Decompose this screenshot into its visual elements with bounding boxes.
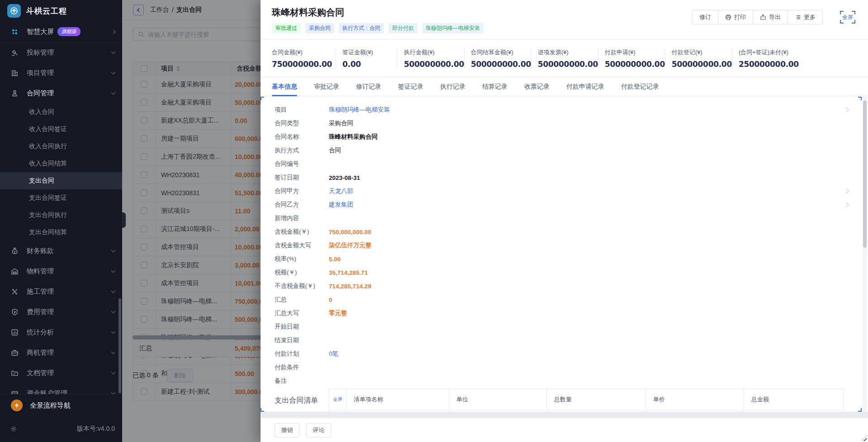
stat-contract-amount: 合同金额(¥)750000000.00 (272, 48, 336, 69)
chart-icon (11, 329, 19, 336)
chevron-down-icon (111, 370, 116, 375)
field-tax-included-amount: 含税金额(￥)750,000,000.00 (275, 225, 862, 239)
sidebar-item-expense-settle[interactable]: 支出合同结算 (0, 224, 122, 241)
gear-icon[interactable] (10, 425, 17, 433)
field-contract-no: 合同编号 (275, 157, 862, 171)
field-tax-included-amount-caps: 含税金额大写柒亿伍仟万元整 (275, 239, 862, 252)
column-header-unit: 单位 (449, 389, 547, 410)
party-b-link[interactable]: 建发集团 (329, 201, 353, 209)
tab-visa-records[interactable]: 签证记录 (398, 77, 423, 96)
chevron-right-icon[interactable] (844, 188, 849, 193)
export-button[interactable]: 导出 (753, 10, 788, 24)
field-total-caps: 汇总大写零元整 (275, 306, 862, 320)
column-header-total-amount: 总金额 (744, 389, 843, 410)
column-header-unit-price: 单价 (646, 389, 744, 410)
drawer-footer: 撤销 评论 (261, 418, 868, 442)
field-party-b: 合同乙方 建发集团 (275, 198, 862, 212)
sidebar-item-finance[interactable]: 财务账款 (0, 241, 122, 261)
revise-button[interactable]: 修订 (693, 10, 718, 24)
sidebar-item-funds-account[interactable]: 资金账户管理 (0, 383, 122, 394)
contract-type-badge: 采购合同 (305, 23, 334, 33)
sidebar-scrollbar[interactable] (119, 298, 121, 393)
detail-tabs: 基本信息 审批记录 修订记录 签证记录 执行记录 结算记录 收票记录 付款申请记… (261, 77, 868, 96)
drawer-footer-gap (261, 412, 868, 418)
field-start-date: 开始日期 (275, 320, 862, 334)
sidebar-item-materials[interactable]: 物料管理 (0, 261, 122, 282)
sidebar: 斗栱云工程 智慧大屏 旗舰版 投标管理 项目管理 (0, 0, 122, 442)
tab-revision-records[interactable]: 修订记录 (356, 77, 381, 96)
tab-approval-records[interactable]: 审批记录 (314, 77, 339, 96)
chevron-down-icon (111, 248, 116, 253)
sidebar-item-projects[interactable]: 项目管理 (0, 63, 122, 83)
chevron-down-icon (111, 329, 116, 334)
chevron-right-icon (111, 29, 116, 34)
sidebar-item-expense-visa[interactable]: 支出合同签证 (0, 189, 122, 207)
sidebar-item-dashboard[interactable]: 智慧大屏 旗舰版 (0, 22, 122, 42)
tab-execution-records[interactable]: 执行记录 (440, 77, 465, 96)
tab-basic-info[interactable]: 基本信息 (272, 77, 297, 96)
status-badge: 审批通过 (272, 23, 301, 33)
sidebar-item-opportunities[interactable]: 商机管理 (0, 343, 122, 363)
sidebar-item-income-exec[interactable]: 收入合同执行 (0, 138, 122, 155)
sidebar-item-documents[interactable]: 文档管理 (0, 363, 122, 383)
sidebar-item-expense-exec[interactable]: 支出合同执行 (0, 207, 122, 224)
detail-table-label: 支出合同清单 (275, 389, 329, 412)
column-header-item-name: 清单项名称 (346, 389, 449, 410)
payment-plan-link[interactable]: 0笔 (329, 350, 338, 358)
chevron-right-icon[interactable] (844, 107, 849, 112)
party-a-link[interactable]: 天龙八部 (329, 187, 353, 195)
folder-icon (11, 369, 19, 377)
sidebar-item-income-contract[interactable]: 收入合同 (0, 103, 122, 121)
version-row: 版本号:v4.0.0 (0, 416, 122, 442)
chevron-down-icon (111, 50, 116, 54)
sidebar-item-expense-contract[interactable]: 支出合同 (0, 172, 122, 189)
sidebar-item-income-visa[interactable]: 收入合同签证 (0, 121, 122, 138)
revoke-button[interactable]: 撤销 (275, 423, 299, 437)
app-root: 斗栱云工程 智慧大屏 旗舰版 投标管理 项目管理 (0, 0, 868, 442)
fullscreen-button[interactable]: 全屏 (840, 11, 855, 24)
stat-payment-register: 付款登记(¥)500000000.00 (665, 48, 732, 69)
smart-screen-icon (11, 28, 19, 36)
comment-button[interactable]: 评论 (306, 423, 331, 437)
field-contract-name: 合同名称珠峰材料采购合同 (275, 130, 862, 144)
list-icon (795, 14, 801, 20)
chevron-down-icon (111, 268, 116, 273)
field-execution-mode: 执行方式合同 (275, 144, 862, 157)
project-link[interactable]: 珠穆朗玛峰—电梯安装 (329, 106, 390, 114)
field-payment-plan: 付款计划 0笔 (275, 347, 862, 361)
stat-visa-amount: 签证金额(¥)0.00 (336, 48, 397, 69)
panorama-nav-item[interactable]: 全景流程导航 (0, 395, 122, 416)
logo: 斗栱云工程 (0, 0, 122, 22)
stat-input-invoice: 进项发票(¥)500000000.00 (531, 48, 598, 69)
field-new-content: 新增内容 (275, 212, 862, 225)
tools-icon (11, 288, 19, 296)
sidebar-item-expenses[interactable]: 费用管理 (0, 302, 122, 322)
sidebar-item-label: 智慧大屏 (27, 28, 54, 36)
tag-list: 审批通过 采购合同 执行方式：合同 部分付款 珠穆朗玛峰—电梯安装 (272, 23, 857, 33)
tab-payment-request-records[interactable]: 付款申请记录 (566, 77, 604, 96)
tab-payment-register-records[interactable]: 付款登记记录 (621, 77, 659, 96)
sidebar-item-bidding[interactable]: 投标管理 (0, 42, 122, 63)
field-tax-amount: 税额(￥)35,714,285.71 (275, 266, 862, 279)
chevron-down-icon (111, 90, 116, 95)
drawer-header: 珠峰材料采购合同 审批通过 采购合同 执行方式：合同 部分付款 珠穆朗玛峰—电梯… (261, 0, 868, 40)
table-fullscreen-button[interactable]: 全屏 (332, 394, 344, 405)
briefcase-icon (11, 349, 19, 357)
sidebar-item-income-settle[interactable]: 收入合同结算 (0, 155, 122, 172)
sidebar-item-statistics[interactable]: 统计分析 (0, 322, 122, 343)
chevron-right-icon[interactable] (844, 202, 849, 207)
sidebar-item-construction[interactable]: 施工管理 (0, 282, 122, 302)
field-project: 项目 珠穆朗玛峰—电梯安装 (275, 103, 862, 117)
field-party-a: 合同甲方 天龙八部 (275, 184, 862, 198)
field-contract-type: 合同类型采购合同 (275, 117, 862, 130)
drawer-scrollbar[interactable] (863, 100, 867, 248)
sidebar-footer: 全景流程导航 版本号:v4.0.0 (0, 394, 122, 442)
expense-contract-item-list: 支出合同清单 全屏 清单项名称 单位 总数量 单价 总金额 (275, 389, 862, 412)
tab-settlement-records[interactable]: 结算记录 (482, 77, 508, 96)
tab-invoice-records[interactable]: 收票记录 (524, 77, 550, 96)
detail-table-header: 全屏 清单项名称 单位 总数量 单价 总金额 (329, 389, 843, 410)
sidebar-item-contracts[interactable]: 合同管理 (0, 83, 122, 103)
print-button[interactable]: 打印 (718, 10, 753, 24)
stat-payment-request: 付款申请(¥)500000000.00 (598, 48, 665, 69)
more-button[interactable]: 更多 (788, 10, 822, 24)
